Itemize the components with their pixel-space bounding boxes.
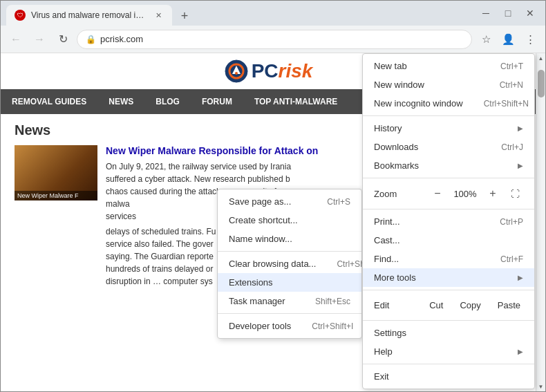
tab-title: Virus and malware removal instr... xyxy=(31,10,147,20)
cut-button[interactable]: Cut xyxy=(421,297,451,314)
logo-area: PCrisk xyxy=(224,59,313,84)
menu-settings[interactable]: Settings xyxy=(363,324,534,342)
menu-sep-4 xyxy=(363,290,534,290)
paste-button[interactable]: Paste xyxy=(489,297,529,314)
news-thumbnail: New Wiper Malware F xyxy=(15,145,97,200)
lock-icon: 🔒 xyxy=(86,35,96,44)
menu-sep-6 xyxy=(363,364,534,364)
scrollbar[interactable]: ▲ ▼ xyxy=(536,53,545,391)
browser-window: 🛡 Virus and malware removal instr... ✕ +… xyxy=(0,0,546,392)
minimize-button[interactable]: ─ xyxy=(476,3,496,23)
zoom-row: Zoom − 100% + ⛶ xyxy=(363,181,534,206)
forward-button[interactable]: → xyxy=(30,30,49,49)
url-bar[interactable]: 🔒 pcrisk.com xyxy=(77,30,472,49)
zoom-value: 100% xyxy=(451,189,479,199)
tab-area: 🛡 Virus and malware removal instr... ✕ + xyxy=(6,1,471,26)
menu-exit[interactable]: Exit xyxy=(363,367,534,386)
menu-task-manager[interactable]: Task manager Shift+Esc xyxy=(218,292,361,310)
menu-print[interactable]: Print... Ctrl+P xyxy=(363,212,534,231)
zoom-plus-button[interactable]: + xyxy=(484,185,501,202)
menu-name-window[interactable]: Name window... xyxy=(218,230,361,248)
menu-more-tools[interactable]: More tools ▶ xyxy=(363,268,534,287)
window-controls: ─ □ ✕ xyxy=(476,3,540,23)
new-tab-button[interactable]: + xyxy=(175,6,194,26)
menu-history[interactable]: History ▶ xyxy=(363,119,534,138)
menu-sep-5 xyxy=(363,320,534,321)
zoom-expand-button[interactable]: ⛶ xyxy=(507,185,523,202)
menu-developer-tools[interactable]: Developer tools Ctrl+Shift+I xyxy=(218,317,361,335)
bookmark-icon[interactable]: ☆ xyxy=(476,30,496,49)
menu-sep-1 xyxy=(363,115,534,116)
menu-create-shortcut[interactable]: Create shortcut... xyxy=(218,211,361,230)
scroll-track[interactable] xyxy=(536,63,545,382)
logo-icon xyxy=(224,59,249,84)
menu-help[interactable]: Help ▶ xyxy=(363,342,534,361)
menu-find[interactable]: Find... Ctrl+F xyxy=(363,250,534,268)
menu-separator-2 xyxy=(218,313,361,314)
scroll-thumb[interactable] xyxy=(538,70,545,97)
zoom-label: Zoom xyxy=(374,189,424,199)
menu-clear-browsing-data[interactable]: Clear browsing data... Ctrl+Shift+Del xyxy=(218,254,361,273)
nav-news[interactable]: NEWS xyxy=(97,89,144,114)
nav-top-anti-malware[interactable]: TOP ANTI-MALWARE xyxy=(243,89,348,114)
back-button[interactable]: ← xyxy=(6,30,26,49)
refresh-button[interactable]: ↻ xyxy=(53,30,73,49)
menu-sep-3 xyxy=(363,209,534,209)
scroll-down-button[interactable]: ▼ xyxy=(536,382,545,391)
menu-icon[interactable]: ⋮ xyxy=(520,30,540,49)
menu-bookmarks[interactable]: Bookmarks ▶ xyxy=(363,156,534,175)
close-button[interactable]: ✕ xyxy=(520,3,540,23)
menu-new-window[interactable]: New window Ctrl+N xyxy=(363,75,534,94)
url-text: pcrisk.com xyxy=(100,34,463,44)
menu-downloads[interactable]: Downloads Ctrl+J xyxy=(363,138,534,156)
news-thumb-label: New Wiper Malware F xyxy=(15,191,97,200)
nav-removal-guides[interactable]: REMOVAL GUIDES xyxy=(1,89,97,114)
more-tools-submenu[interactable]: Save page as... Ctrl+S Create shortcut..… xyxy=(217,189,362,339)
menu-sep-2 xyxy=(363,178,534,178)
menu-cast[interactable]: Cast... xyxy=(363,231,534,250)
menu-extensions[interactable]: Extensions xyxy=(218,273,361,292)
menu-new-tab[interactable]: New tab Ctrl+T xyxy=(363,57,534,75)
menu-new-incognito[interactable]: New incognito window Ctrl+Shift+N xyxy=(363,94,534,113)
menu-separator xyxy=(218,251,361,252)
menu-save-page[interactable]: Save page as... Ctrl+S xyxy=(218,192,361,211)
scroll-up-button[interactable]: ▲ xyxy=(536,53,545,63)
title-bar: 🛡 Virus and malware removal instr... ✕ +… xyxy=(1,1,545,26)
tab-favicon: 🛡 xyxy=(15,10,26,21)
active-tab[interactable]: 🛡 Virus and malware removal instr... ✕ xyxy=(6,5,172,26)
nav-blog[interactable]: BLOG xyxy=(144,89,191,114)
edit-label: Edit xyxy=(368,296,421,315)
profile-icon[interactable]: 👤 xyxy=(498,30,518,49)
logo-pc: PCrisk xyxy=(252,60,313,82)
zoom-minus-button[interactable]: − xyxy=(429,185,446,202)
tab-close-button[interactable]: ✕ xyxy=(153,10,164,21)
maximize-button[interactable]: □ xyxy=(498,3,518,23)
address-bar: ← → ↻ 🔒 pcrisk.com ☆ 👤 ⋮ xyxy=(1,26,545,53)
svg-point-3 xyxy=(235,72,238,75)
nav-items: REMOVAL GUIDES NEWS BLOG FORUM TOP ANTI-… xyxy=(1,89,348,114)
address-actions: ☆ 👤 ⋮ xyxy=(476,30,540,49)
nav-forum[interactable]: FORUM xyxy=(191,89,243,114)
chrome-context-menu[interactable]: New tab Ctrl+T New window Ctrl+N New inc… xyxy=(362,53,535,389)
page-content: PCrisk REMOVAL GUIDES NEWS BLOG FORUM TO… xyxy=(1,53,545,391)
copy-button[interactable]: Copy xyxy=(451,297,489,314)
edit-row: Edit Cut Copy Paste xyxy=(363,293,534,317)
